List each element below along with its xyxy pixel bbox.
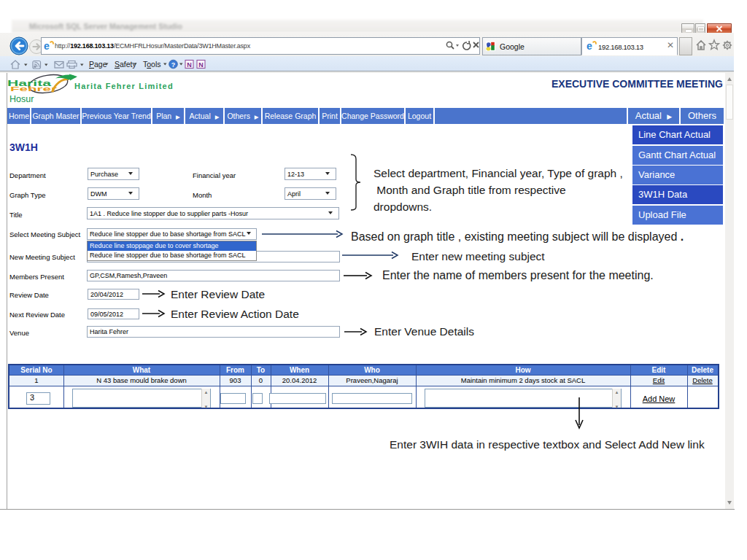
svg-text:e: e bbox=[44, 40, 50, 52]
svg-text:e: e bbox=[587, 40, 592, 52]
svg-text:N: N bbox=[187, 61, 192, 69]
svg-text:Fehrer: Fehrer bbox=[10, 85, 58, 93]
svg-text:?: ? bbox=[171, 61, 176, 69]
svg-text:N: N bbox=[198, 61, 204, 69]
